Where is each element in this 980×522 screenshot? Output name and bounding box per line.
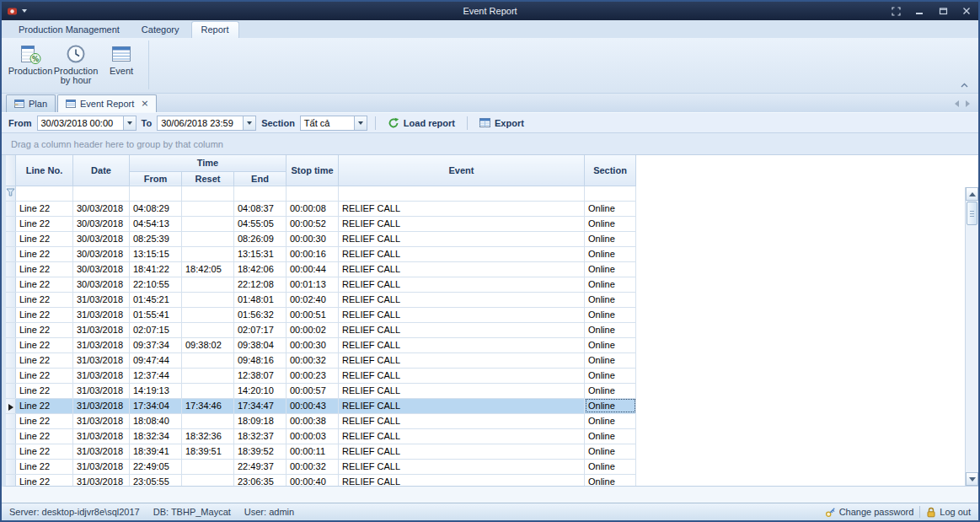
cell-end[interactable]: 14:20:10 [234, 383, 287, 398]
fullscreen-button[interactable] [889, 5, 902, 17]
column-header-section[interactable]: Section [585, 155, 636, 186]
section-select[interactable]: Tất cả [300, 116, 367, 131]
cell-reset[interactable] [182, 459, 234, 474]
cell-section[interactable]: Online [585, 292, 636, 307]
cell-event[interactable]: RELIEF CALL [339, 428, 585, 444]
cell-stop[interactable]: 00:02:40 [287, 292, 339, 307]
cell-date[interactable]: 31/03/2018 [73, 398, 130, 413]
cell-end[interactable]: 13:15:31 [234, 246, 287, 261]
table-row[interactable]: Line 2231/03/201818:39:4118:39:5118:39:5… [6, 444, 636, 459]
cell-section[interactable]: Online [585, 261, 636, 277]
change-password-button[interactable]: Change password [825, 507, 914, 518]
cell-end[interactable]: 18:32:37 [234, 428, 287, 444]
close-button[interactable] [960, 5, 973, 17]
cell-event[interactable]: RELIEF CALL [339, 474, 585, 487]
cell-date[interactable]: 30/03/2018 [73, 261, 130, 277]
group-by-panel[interactable]: Drag a column header here to group by th… [2, 133, 978, 155]
table-row[interactable]: Line 2231/03/201823:05:5523:06:3500:00:4… [6, 474, 636, 487]
scroll-down-button[interactable] [966, 472, 978, 486]
cell-stop[interactable]: 00:00:32 [287, 459, 339, 474]
column-header-end[interactable]: End [234, 171, 287, 186]
cell-line[interactable]: Line 22 [16, 201, 73, 216]
cell-stop[interactable]: 00:00:52 [287, 216, 339, 231]
cell-event[interactable]: RELIEF CALL [339, 216, 585, 231]
cell-section[interactable]: Online [585, 444, 636, 459]
cell-date[interactable]: 31/03/2018 [73, 444, 130, 459]
ribbon-button-production[interactable]: % Production [8, 40, 53, 89]
cell-end[interactable]: 01:48:01 [234, 292, 287, 307]
cell-end[interactable]: 22:12:08 [234, 277, 287, 292]
cell-end[interactable]: 18:39:52 [234, 444, 287, 459]
cell-stop[interactable]: 00:00:30 [287, 231, 339, 246]
filter-cell-event[interactable] [339, 186, 585, 201]
cell-stop[interactable]: 00:00:16 [287, 246, 339, 261]
ribbon-collapse-button[interactable] [961, 83, 968, 88]
cell-reset[interactable] [182, 201, 234, 216]
cell-stop[interactable]: 00:00:57 [287, 383, 339, 398]
cell-reset[interactable] [182, 413, 234, 428]
cell-line[interactable]: Line 22 [16, 474, 73, 487]
cell-from[interactable]: 04:54:13 [130, 216, 182, 231]
cell-event[interactable]: RELIEF CALL [339, 322, 585, 337]
cell-end[interactable]: 09:38:04 [234, 337, 287, 352]
cell-event[interactable]: RELIEF CALL [339, 398, 585, 413]
table-row[interactable]: Line 2231/03/201817:34:0417:34:4617:34:4… [6, 398, 636, 413]
cell-date[interactable]: 31/03/2018 [73, 383, 130, 398]
cell-reset[interactable] [182, 231, 234, 246]
table-row[interactable]: Line 2231/03/201801:45:2101:48:0100:02:4… [6, 292, 636, 307]
scrollbar-track[interactable] [966, 226, 978, 472]
cell-line[interactable]: Line 22 [16, 383, 73, 398]
cell-end[interactable]: 08:26:09 [234, 231, 287, 246]
cell-event[interactable]: RELIEF CALL [339, 352, 585, 368]
cell-date[interactable]: 30/03/2018 [73, 216, 130, 231]
cell-reset[interactable]: 09:38:02 [182, 337, 234, 352]
cell-line[interactable]: Line 22 [16, 322, 73, 337]
cell-end[interactable]: 02:07:17 [234, 322, 287, 337]
cell-reset[interactable] [182, 216, 234, 231]
cell-from[interactable]: 08:25:39 [130, 231, 182, 246]
cell-line[interactable]: Line 22 [16, 307, 73, 322]
table-row[interactable]: Line 2230/03/201818:41:2218:42:0518:42:0… [6, 261, 636, 277]
filter-cell-stop[interactable] [287, 186, 339, 201]
cell-end[interactable]: 04:55:05 [234, 216, 287, 231]
minimize-button[interactable] [913, 5, 926, 17]
cell-reset[interactable] [182, 322, 234, 337]
cell-event[interactable]: RELIEF CALL [339, 201, 585, 216]
table-row[interactable]: Line 2231/03/201818:32:3418:32:3618:32:3… [6, 428, 636, 444]
cell-line[interactable]: Line 22 [16, 444, 73, 459]
cell-line[interactable]: Line 22 [16, 352, 73, 368]
cell-from[interactable]: 04:08:29 [130, 201, 182, 216]
cell-line[interactable]: Line 22 [16, 398, 73, 413]
cell-stop[interactable]: 00:00:02 [287, 322, 339, 337]
cell-section[interactable]: Online [585, 246, 636, 261]
cell-event[interactable]: RELIEF CALL [339, 292, 585, 307]
cell-event[interactable]: RELIEF CALL [339, 444, 585, 459]
cell-date[interactable]: 31/03/2018 [73, 368, 130, 383]
tab-close-icon[interactable]: × [141, 100, 148, 108]
column-header-stop-time[interactable]: Stop time [287, 155, 339, 186]
to-date-dropdown-button[interactable] [243, 116, 255, 130]
filter-cell-end[interactable] [234, 186, 287, 201]
cell-stop[interactable]: 00:00:08 [287, 201, 339, 216]
cell-stop[interactable]: 00:00:11 [287, 444, 339, 459]
cell-from[interactable]: 09:47:44 [130, 352, 182, 368]
cell-line[interactable]: Line 22 [16, 428, 73, 444]
table-row[interactable]: Line 2230/03/201813:15:1513:15:3100:00:1… [6, 246, 636, 261]
tab-scroll-right-button[interactable] [966, 100, 970, 107]
cell-end[interactable]: 01:56:32 [234, 307, 287, 322]
cell-line[interactable]: Line 22 [16, 368, 73, 383]
cell-event[interactable]: RELIEF CALL [339, 261, 585, 277]
cell-stop[interactable]: 00:00:30 [287, 337, 339, 352]
cell-event[interactable]: RELIEF CALL [339, 307, 585, 322]
cell-end[interactable]: 23:06:35 [234, 474, 287, 487]
cell-from[interactable]: 22:10:55 [130, 277, 182, 292]
cell-end[interactable]: 04:08:37 [234, 201, 287, 216]
qat-dropdown-icon[interactable] [22, 9, 27, 13]
cell-section[interactable]: Online [585, 474, 636, 487]
cell-event[interactable]: RELIEF CALL [339, 459, 585, 474]
scrollbar-thumb[interactable] [967, 202, 977, 225]
cell-date[interactable]: 31/03/2018 [73, 352, 130, 368]
table-row[interactable]: Line 2231/03/201801:55:4101:56:3200:00:5… [6, 307, 636, 322]
table-row[interactable]: Line 2230/03/201822:10:5522:12:0800:01:1… [6, 277, 636, 292]
table-row[interactable]: Line 2231/03/201812:37:4412:38:0700:00:2… [6, 368, 636, 383]
